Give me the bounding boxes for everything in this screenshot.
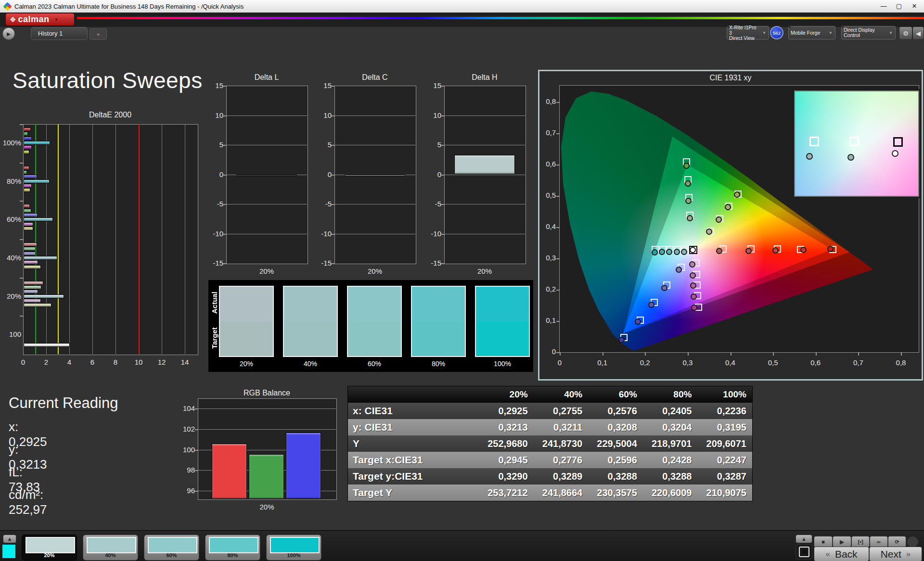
table-cell: 0,3204 [643, 422, 698, 433]
loop-measure-button[interactable]: ⟳ [888, 536, 906, 548]
table-cell: 0,3208 [588, 422, 643, 433]
meter-panel-up-button[interactable]: ▲ [796, 535, 812, 543]
patch-thumbnail-swatch [87, 537, 136, 553]
tab-history-1[interactable]: History 1 [31, 27, 88, 40]
deltae-bar [24, 222, 33, 226]
deltaC-gridline [334, 145, 415, 145]
table-column-header: 20% [479, 389, 534, 400]
back-arrow-icon: « [825, 549, 830, 559]
deltaC-ytick-mark [332, 175, 334, 176]
swatch-20% [219, 286, 274, 357]
plus-icon: + [96, 31, 100, 38]
deltae-xtick-label: 4 [60, 358, 79, 366]
cie-measured-marker [691, 305, 697, 311]
deltae-category-label: 100 [1, 330, 21, 338]
footer-bar: ▲ 20%40%60%80%100% ▲ ■ ▶ [•] ∞ ⟳ « [0, 530, 924, 561]
swatch-target-half [476, 321, 529, 356]
swatch-actual-half [348, 287, 401, 321]
maximize-button[interactable]: ▢ [891, 0, 907, 12]
patch-thumbnail-40%[interactable]: 40% [83, 535, 138, 561]
patch-thumbnail-80%[interactable]: 80% [205, 535, 260, 561]
cie-xtick-label: 0 [549, 358, 570, 367]
table-cell: 0,2428 [643, 455, 698, 466]
swatch-label: 40% [283, 360, 338, 368]
deltae-bar [24, 188, 30, 192]
cie-measured-marker [687, 215, 693, 221]
deltaL-ytick-label: 10 [205, 111, 223, 119]
deltae-xtick-label: 14 [175, 358, 194, 366]
table-cell: 0,2236 [697, 406, 752, 417]
cie-measured-marker [690, 272, 696, 279]
patch-thumbnail-100%[interactable]: 100% [266, 535, 321, 561]
actual-target-swatch-panel: ActualTarget20%40%60%80%100% [208, 280, 533, 372]
deltae-category-label: 20% [1, 292, 21, 300]
patch-window-button[interactable] [796, 544, 812, 560]
settings-button[interactable]: ⚙ [899, 26, 912, 40]
stop-measure-button[interactable]: ■ [814, 536, 833, 548]
deltaH-gridline [444, 115, 525, 116]
swatch-target-half [412, 321, 465, 356]
next-button[interactable]: Next » [869, 547, 922, 561]
deltaH-ytick-mark [441, 204, 444, 205]
cie-xtick-mark [645, 352, 646, 356]
layout-nav-button[interactable]: ▶ [2, 27, 15, 40]
cie-measured-marker [745, 248, 752, 254]
cie-inset-measured-marker [806, 153, 813, 160]
deltae-bar [24, 260, 38, 264]
chevron-down-icon: ▼ [762, 31, 766, 35]
spectrum-strip [77, 17, 924, 19]
continuous-measure-button[interactable]: ∞ [870, 536, 888, 548]
patch-thumbnail-20%[interactable]: 20% [22, 535, 77, 561]
deltaC-ytick-label: 5 [313, 140, 332, 149]
deltae-category-label: 40% [1, 254, 21, 262]
deltaC-title: Delta C [334, 73, 415, 82]
table-row-label: Target Y [348, 487, 479, 498]
swatch-label: 80% [411, 360, 466, 368]
calman-menu-button[interactable]: ❖ calman ▼ [6, 13, 74, 26]
patch-list-up-button[interactable]: ▲ [3, 535, 16, 543]
play-measure-button[interactable]: ▶ [833, 536, 851, 548]
patch-thumbnail-label: 20% [22, 552, 77, 558]
deltaH-ytick-label: -5 [423, 200, 441, 208]
calman-logo-icon: ❖ [10, 15, 16, 24]
meter-status-bar [727, 26, 729, 27]
table-cell: 209,6071 [697, 438, 752, 449]
cie-xtick-mark [901, 352, 902, 356]
current-reading-line: cd/m²: 252,97 [9, 487, 47, 517]
cie-measured-marker [666, 249, 672, 255]
delta-l-chart: Delta L151050-5-10-1520% [226, 86, 307, 263]
cie-ytick-label: 0,8 [538, 97, 556, 105]
cie-inset-measured-marker [847, 154, 854, 161]
collapse-panel-button[interactable]: ◀ [912, 26, 924, 40]
deltae-gridline [92, 124, 93, 354]
cie-ytick-label: 0,4 [538, 222, 556, 230]
table-cell: 252,9680 [479, 438, 534, 449]
deltaL-ytick-mark [223, 263, 226, 264]
cie-xtick-label: 0,5 [762, 358, 783, 367]
deltae-ytick-mark [20, 239, 23, 240]
loop-icon: ⟳ [895, 539, 899, 545]
add-tab-button[interactable]: + [90, 28, 107, 40]
patch-thumbnail-swatch [26, 537, 75, 553]
patch-thumbnail-60%[interactable]: 60% [144, 535, 199, 561]
table-row: Target x:CIE310,29450,27760,25960,24280,… [348, 452, 752, 468]
minimize-button[interactable]: — [876, 0, 891, 12]
table-row: y: CIE310,32130,32110,32080,32040,3195 [348, 419, 752, 435]
deltae-bar [24, 137, 32, 140]
deltaC-gridline [334, 115, 415, 116]
deltaC-ytick-label: -15 [313, 259, 332, 267]
deltaH-ytick-label: 15 [423, 81, 441, 89]
app-header: ❖ calman ▼ [0, 13, 924, 27]
close-button[interactable]: ✕ [907, 0, 922, 12]
table-cell: 0,2925 [479, 406, 534, 417]
table-row-label: y: CIE31 [348, 421, 479, 433]
cie-measured-marker [685, 180, 691, 187]
deltaH-ytick-mark [441, 115, 444, 116]
back-button[interactable]: « Back [814, 547, 869, 561]
single-measure-button[interactable]: [•] [851, 536, 870, 548]
cie-xtick-mark [688, 352, 689, 356]
display-control-dropdown[interactable]: Direct Display Control ▼ [841, 26, 896, 39]
meter-dropdown[interactable]: X-Rite i1Pro 3Direct View ▼ [727, 26, 769, 39]
source-dropdown[interactable]: Mobile Forge ▼ [788, 26, 835, 39]
rgb-bar-blue [286, 433, 321, 499]
